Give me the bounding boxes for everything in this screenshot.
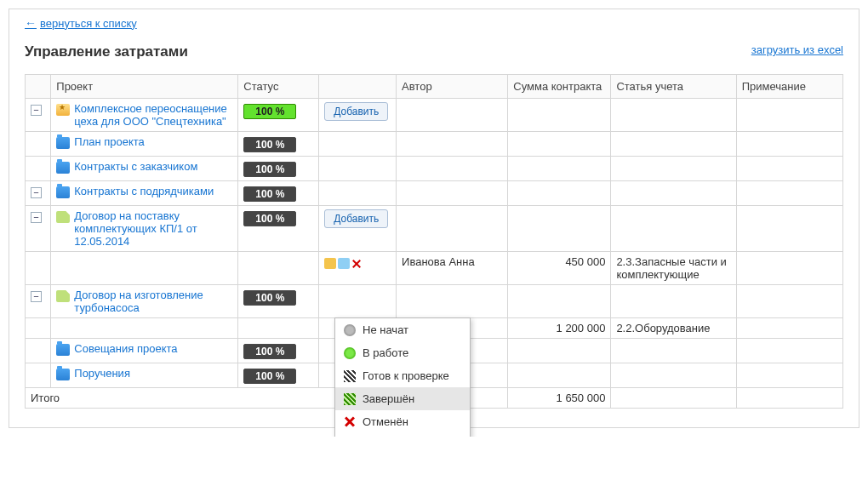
status-contract1[interactable]: 100 % bbox=[243, 211, 296, 226]
menu-ready[interactable]: Готов к проверке bbox=[335, 364, 470, 387]
document-icon bbox=[56, 211, 70, 223]
add-button-contract1[interactable]: Добавить bbox=[324, 209, 388, 228]
folder-icon bbox=[56, 186, 70, 198]
status-meetings[interactable]: 100 % bbox=[243, 344, 296, 359]
document-icon bbox=[56, 290, 70, 302]
expander-contract1[interactable]: − bbox=[31, 212, 42, 223]
total-sum: 1 650 000 bbox=[508, 388, 611, 409]
row-actions bbox=[324, 258, 391, 269]
status-green-icon bbox=[344, 347, 356, 359]
author-cell: Иванова Анна bbox=[397, 252, 508, 285]
col-status: Статус bbox=[238, 75, 319, 99]
menu-done[interactable]: Завершён bbox=[335, 387, 470, 410]
status-done-icon bbox=[344, 393, 356, 405]
status-tasks[interactable]: 100 % bbox=[243, 369, 296, 384]
col-project: Проект bbox=[51, 75, 238, 99]
status-context-menu: Не начат В работе Готов к проверке Завер… bbox=[334, 317, 471, 437]
col-actions bbox=[319, 75, 397, 99]
delete-icon[interactable] bbox=[351, 259, 362, 269]
col-note: Примечание bbox=[736, 75, 842, 99]
doc-contract1-link[interactable]: Договор на поставку комплектующих КП/1 о… bbox=[74, 209, 232, 248]
menu-in-progress[interactable]: В работе bbox=[335, 341, 470, 364]
status-subcontr[interactable]: 100 % bbox=[243, 186, 296, 202]
col-sum: Сумма контракта bbox=[508, 75, 611, 99]
excel-load-link[interactable]: загрузить из excel bbox=[751, 43, 843, 56]
menu-cancelled[interactable]: Отменён bbox=[335, 410, 470, 433]
folder-custcontr-link[interactable]: Контракты с заказчиком bbox=[74, 160, 197, 173]
expander-subcontr[interactable]: − bbox=[31, 187, 42, 198]
folder-icon bbox=[56, 137, 70, 149]
status-plan[interactable]: 100 % bbox=[243, 137, 296, 152]
expander-root[interactable]: − bbox=[31, 105, 42, 116]
col-expander bbox=[26, 75, 51, 99]
add-button-root[interactable]: Добавить bbox=[324, 102, 388, 121]
edit-icon[interactable] bbox=[324, 258, 336, 269]
sum-cell: 450 000 bbox=[508, 252, 611, 285]
col-account: Статья учета bbox=[611, 75, 736, 99]
status-custcontr[interactable]: 100 % bbox=[243, 162, 296, 177]
project-root-link[interactable]: Комплексное переоснащение цеха для ООО "… bbox=[74, 102, 232, 128]
status-gray-icon bbox=[344, 324, 356, 336]
folder-icon bbox=[56, 344, 70, 356]
status-contract2[interactable]: 100 % bbox=[243, 290, 296, 306]
account-cell: 2.2.Оборудование bbox=[611, 318, 736, 339]
page-title: Управление затратами bbox=[25, 43, 843, 60]
folder-plan-link[interactable]: План проекта bbox=[74, 135, 145, 148]
folder-icon bbox=[56, 369, 70, 380]
menu-not-started[interactable]: Не начат bbox=[335, 318, 470, 341]
project-icon bbox=[56, 104, 70, 116]
col-author: Автор bbox=[397, 75, 508, 99]
status-cancel-icon bbox=[344, 416, 356, 428]
back-link[interactable]: ← вернуться к списку bbox=[25, 9, 137, 35]
sum-cell: 1 200 000 bbox=[508, 318, 611, 339]
status-check-icon bbox=[344, 370, 356, 382]
status-root[interactable]: 100 % bbox=[243, 104, 296, 119]
folder-icon bbox=[56, 162, 70, 174]
menu-postponed[interactable]: Отложен bbox=[335, 433, 470, 437]
copy-icon[interactable] bbox=[338, 258, 350, 269]
doc-contract2-link[interactable]: Договор на изготовление турбонасоса bbox=[74, 289, 232, 314]
folder-tasks-link[interactable]: Поручения bbox=[74, 367, 130, 380]
folder-subcontr-link[interactable]: Контракты с подрядчиками bbox=[74, 185, 214, 197]
expander-contract2[interactable]: − bbox=[31, 291, 42, 302]
arrow-left-icon: ← bbox=[25, 16, 37, 30]
account-cell: 2.3.Запасные части и комплектующие bbox=[611, 252, 736, 285]
folder-meetings-link[interactable]: Совещания проекта bbox=[74, 342, 177, 355]
back-link-label: вернуться к списку bbox=[40, 17, 137, 30]
